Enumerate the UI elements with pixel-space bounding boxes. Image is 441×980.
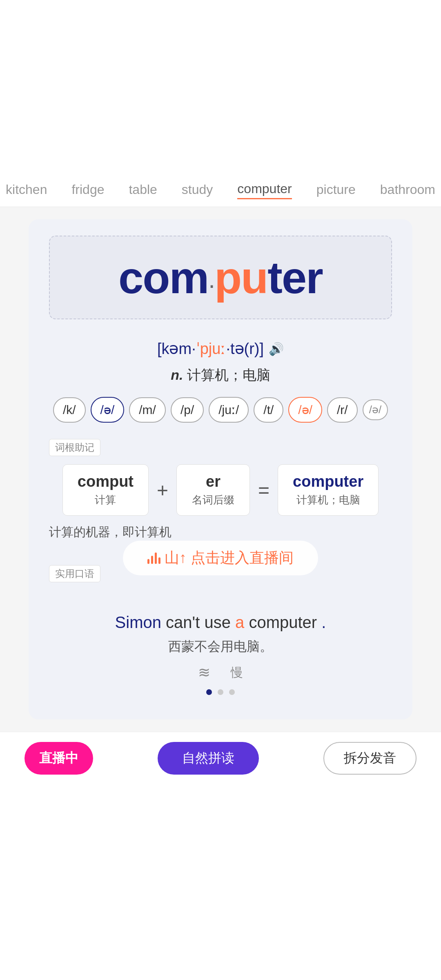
phoneme-r[interactable]: /r/ — [327, 397, 358, 423]
root-plus: + — [157, 479, 168, 501]
root-description: 计算的机器，即计算机 — [49, 524, 172, 541]
usage-section-label: 实用口语 — [49, 565, 100, 582]
usage-period: . — [317, 613, 326, 631]
audio-controls: ≋ 慢 — [49, 664, 392, 681]
nav-tab-table[interactable]: table — [129, 180, 157, 199]
dot-3[interactable] — [229, 689, 235, 695]
live-button[interactable]: 直播中 — [24, 742, 93, 775]
root-equation: comput计算+er名词后缀=computer计算机；电脑 — [62, 464, 379, 516]
root-equals: = — [258, 479, 270, 501]
usage-section: Simon can't use a computer . 西蒙不会用电脑。 ≋ … — [49, 603, 392, 695]
word-meaning: n. 计算机；电脑 — [171, 366, 270, 385]
phoneme-t[interactable]: /t/ — [254, 397, 283, 423]
top-spacer — [0, 0, 441, 172]
nav-tab-computer[interactable]: computer — [237, 180, 292, 199]
word-root-section: comput计算+er名词后缀=computer计算机；电脑 计算的机器，即计算… — [49, 464, 392, 541]
nav-tab-study[interactable]: study — [182, 180, 213, 199]
nav-tab-picture[interactable]: picture — [316, 180, 356, 199]
speaker-icon[interactable]: 🔊 — [269, 342, 284, 356]
root-part-er: er名词后缀 — [176, 464, 250, 516]
phonetic-text: [kəm·ˈpjuː·tə(r)] — [157, 340, 264, 358]
natural-reading-button[interactable]: 自然拼读 — [158, 742, 259, 775]
dot-1[interactable] — [206, 689, 212, 695]
usage-rest1: can't use — [161, 613, 235, 631]
split-pronunciation-button[interactable]: 拆分发音 — [323, 742, 416, 775]
bar2 — [151, 556, 153, 564]
bar4 — [158, 557, 160, 564]
audio-play-icon[interactable]: ≋ — [198, 664, 210, 681]
phoneme-[interactable]: /ə/ — [363, 399, 388, 420]
live-popup-text: 山↑ 点击进入直播间 — [165, 548, 294, 568]
word-root-label: 词根助记 — [49, 439, 100, 456]
word-part-ter: ter — [267, 252, 323, 303]
phoneme-m[interactable]: /m/ — [129, 397, 166, 423]
root-result: computer计算机；电脑 — [278, 464, 379, 516]
phoneme-bubbles: /k//ə//m//p//juː//t//ə//r//ə/ — [53, 397, 388, 423]
word-part-com: com — [118, 252, 208, 303]
bar1 — [147, 559, 149, 564]
usage-a: a — [235, 613, 244, 631]
word-dot: · — [208, 271, 214, 298]
nav-tab-bathroom[interactable]: bathroom — [380, 180, 435, 199]
dot-2[interactable] — [218, 689, 223, 695]
word-text: com·puter — [62, 253, 379, 302]
phoneme-ju[interactable]: /juː/ — [209, 397, 249, 423]
word-card: com·puter [kəm·ˈpjuː·tə(r)] 🔊 n. 计算机；电脑 … — [29, 219, 412, 719]
live-bars-icon — [147, 552, 160, 564]
phoneme-[interactable]: /ə/ — [91, 397, 125, 423]
slow-label[interactable]: 慢 — [231, 664, 243, 681]
word-part-pu: pu — [214, 252, 267, 303]
bar3 — [155, 552, 157, 564]
root-part-comput: comput计算 — [62, 464, 149, 516]
bottom-spacer — [0, 784, 441, 980]
word-nav: kitchenfridgetablestudycomputerpictureba… — [0, 172, 441, 207]
phoneme-p[interactable]: /p/ — [171, 397, 204, 423]
page-dots — [49, 689, 392, 695]
nav-tab-kitchen[interactable]: kitchen — [6, 180, 47, 199]
phoneme-[interactable]: /ə/ — [288, 397, 322, 423]
nav-tab-fridge[interactable]: fridge — [71, 180, 104, 199]
part-of-speech: n. — [171, 367, 183, 383]
bottom-toolbar: 直播中 自然拼读 拆分发音 — [0, 732, 441, 784]
usage-sentence: Simon can't use a computer . — [49, 611, 392, 634]
usage-simon: Simon — [115, 613, 161, 631]
phoneme-k[interactable]: /k/ — [53, 397, 86, 423]
live-popup[interactable]: 山↑ 点击进入直播间 — [123, 541, 318, 575]
phonetic-row: [kəm·ˈpjuː·tə(r)] 🔊 — [157, 340, 284, 358]
definition: 计算机；电脑 — [187, 367, 270, 383]
usage-translation: 西蒙不会用电脑。 — [49, 638, 392, 656]
usage-rest2: computer — [244, 613, 317, 631]
word-display-box: com·puter — [49, 236, 392, 319]
